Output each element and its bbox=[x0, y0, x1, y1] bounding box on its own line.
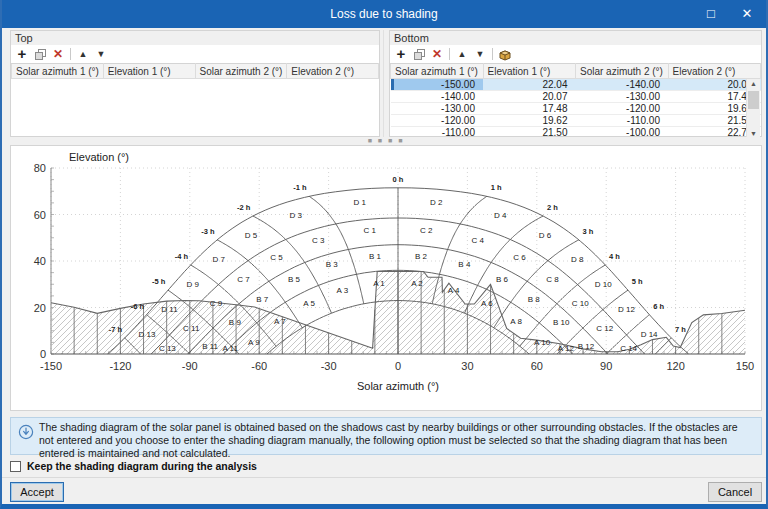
column-header[interactable]: Solar azimuth 2 (°) bbox=[576, 64, 669, 79]
table-cell[interactable]: -130.00 bbox=[391, 103, 484, 115]
chart-label: D 5 bbox=[245, 231, 258, 240]
chart-label: -5 h bbox=[152, 277, 166, 286]
chart-label: C 10 bbox=[572, 299, 589, 308]
table-row[interactable]: -150.0022.04-140.0020.07 bbox=[391, 79, 761, 91]
panel-top: Top +✕▲▼ Solar azimuth 1 (°)Elevation 1 … bbox=[10, 30, 380, 137]
table-cell[interactable]: -110.00 bbox=[576, 115, 669, 127]
chart-label: C 13 bbox=[159, 344, 176, 353]
chart-label: 3 h bbox=[583, 227, 594, 236]
accept-button[interactable]: Accept bbox=[10, 482, 64, 502]
chart-label: 4 h bbox=[609, 252, 620, 261]
chart-label: 120 bbox=[666, 360, 684, 372]
chart-label: C 7 bbox=[237, 275, 250, 284]
delete-icon[interactable]: ✕ bbox=[50, 46, 66, 62]
column-header[interactable]: Elevation 2 (°) bbox=[287, 64, 379, 79]
cancel-button[interactable]: Cancel bbox=[708, 482, 762, 502]
chart-label: D 10 bbox=[595, 280, 612, 289]
chart-label: C 1 bbox=[364, 226, 377, 235]
table-cell[interactable]: -150.00 bbox=[391, 79, 484, 91]
chart-label: A 8 bbox=[510, 317, 522, 326]
column-header[interactable]: Elevation 1 (°) bbox=[103, 64, 195, 79]
chart-label: 0 bbox=[395, 360, 401, 372]
chart-label: B 11 bbox=[202, 342, 218, 351]
table-header-row: Solar azimuth 1 (°)Elevation 1 (°)Solar … bbox=[391, 64, 761, 79]
chart-label: A 6 bbox=[481, 299, 493, 308]
table-cell[interactable]: 20.07 bbox=[483, 91, 576, 103]
chart-label: Elevation (°) bbox=[69, 151, 129, 163]
titlebar: Loss due to shading □ ✕ bbox=[0, 0, 768, 28]
column-header[interactable]: Elevation 1 (°) bbox=[483, 64, 576, 79]
table-cell[interactable]: 22.04 bbox=[483, 79, 576, 91]
horizontal-splitter[interactable]: ■ ■ ■ ■ bbox=[2, 137, 768, 145]
copy-icon[interactable] bbox=[32, 46, 48, 62]
chart-label: A 9 bbox=[248, 338, 260, 347]
chart-label: B 10 bbox=[553, 318, 570, 327]
chart-label: 20 bbox=[34, 302, 46, 314]
keep-diagram-row: Keep the shading diagram during the anal… bbox=[10, 459, 257, 473]
chart-label: C 9 bbox=[210, 299, 223, 308]
chart-label: -60 bbox=[251, 360, 267, 372]
table-cell[interactable]: 19.62 bbox=[483, 115, 576, 127]
table-row[interactable]: -130.0017.48-120.0019.62 bbox=[391, 103, 761, 115]
vertical-splitter[interactable] bbox=[380, 30, 389, 137]
move-up-icon[interactable]: ▲ bbox=[75, 46, 91, 62]
delete-icon[interactable]: ✕ bbox=[429, 46, 445, 62]
table-cell[interactable]: 17.48 bbox=[483, 103, 576, 115]
close-button[interactable]: ✕ bbox=[730, 0, 764, 28]
column-header[interactable]: Solar azimuth 1 (°) bbox=[12, 64, 104, 79]
table-row[interactable]: -120.0019.62-110.0021.50 bbox=[391, 115, 761, 127]
shading-diagram-panel[interactable]: -150-120-90-60-300306090120150020406080E… bbox=[10, 145, 762, 411]
column-header[interactable]: Solar azimuth 2 (°) bbox=[195, 64, 287, 79]
chart-label: -4 h bbox=[175, 252, 189, 261]
table-cell[interactable]: -140.00 bbox=[391, 91, 484, 103]
scrollbar[interactable]: ▲ ▼ bbox=[746, 79, 760, 138]
import-3d-icon[interactable] bbox=[497, 46, 513, 62]
chart-label: D 11 bbox=[161, 305, 178, 314]
dialog-window: Loss due to shading □ ✕ Top +✕▲▼ Solar a… bbox=[0, 0, 768, 509]
chart-label: 150 bbox=[736, 360, 754, 372]
chart-label: -1 h bbox=[293, 183, 307, 192]
maximize-button[interactable]: □ bbox=[694, 0, 728, 28]
chart-label: D 14 bbox=[641, 330, 658, 339]
add-icon[interactable]: + bbox=[393, 46, 409, 62]
table-cell[interactable]: -130.00 bbox=[576, 91, 669, 103]
keep-diagram-checkbox[interactable] bbox=[10, 461, 21, 472]
chart-label: -2 h bbox=[237, 203, 251, 212]
info-box: The shading diagram of the solar panel i… bbox=[10, 417, 762, 455]
table-cell[interactable]: -140.00 bbox=[576, 79, 669, 91]
chart-label: D 1 bbox=[354, 198, 367, 207]
chart-label: C 8 bbox=[546, 275, 559, 284]
chart-label: B 1 bbox=[369, 252, 382, 261]
scroll-down-icon[interactable]: ▼ bbox=[747, 130, 760, 137]
chart-label: D 3 bbox=[289, 211, 302, 220]
table-cell[interactable]: -120.00 bbox=[576, 103, 669, 115]
chart-label: A 5 bbox=[303, 299, 315, 308]
chart-label: A 2 bbox=[411, 279, 423, 288]
move-down-icon[interactable]: ▼ bbox=[93, 46, 109, 62]
chart-label: 60 bbox=[531, 360, 543, 372]
copy-icon[interactable] bbox=[411, 46, 427, 62]
chart-label: 0 h bbox=[393, 175, 404, 184]
sun-path-chart[interactable]: -150-120-90-60-300306090120150020406080E… bbox=[11, 146, 761, 410]
table-row[interactable]: -140.0020.07-130.0017.48 bbox=[391, 91, 761, 103]
chart-label: 40 bbox=[34, 255, 46, 267]
chart-label: 30 bbox=[461, 360, 473, 372]
chart-label: D 8 bbox=[571, 255, 584, 264]
column-header[interactable]: Elevation 2 (°) bbox=[668, 64, 761, 79]
chart-label: C 11 bbox=[183, 324, 200, 333]
chart-label: B 7 bbox=[256, 295, 269, 304]
add-icon[interactable]: + bbox=[14, 46, 30, 62]
toolbar-separator bbox=[492, 48, 493, 60]
keep-diagram-label: Keep the shading diagram during the anal… bbox=[27, 460, 257, 472]
chart-label: D 9 bbox=[187, 280, 200, 289]
table-cell[interactable]: -120.00 bbox=[391, 115, 484, 127]
chart-label: A 1 bbox=[373, 279, 385, 288]
move-down-icon[interactable]: ▼ bbox=[472, 46, 488, 62]
move-up-icon[interactable]: ▲ bbox=[454, 46, 470, 62]
column-header[interactable]: Solar azimuth 1 (°) bbox=[391, 64, 484, 79]
chart-label: -90 bbox=[182, 360, 198, 372]
scroll-thumb[interactable] bbox=[748, 91, 759, 109]
scroll-up-icon[interactable]: ▲ bbox=[747, 80, 760, 87]
toolbar-separator bbox=[449, 48, 450, 60]
chart-label: -150 bbox=[40, 360, 62, 372]
